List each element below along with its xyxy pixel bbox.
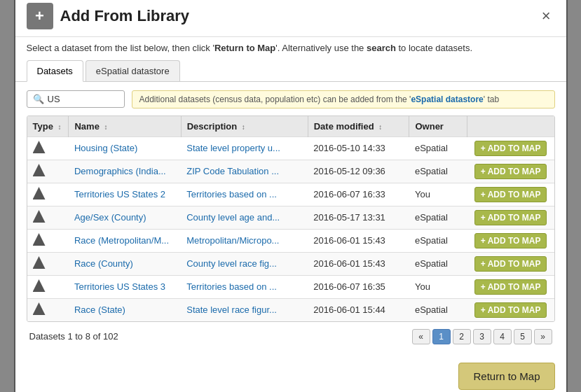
cell-action: + ADD TO MAP <box>467 229 554 252</box>
search-info-row: 🔍 Additional datasets (census data, popu… <box>27 90 555 108</box>
table-row: Race (County)County level race fig...201… <box>27 252 554 275</box>
type-map-icon <box>33 141 46 153</box>
close-button[interactable]: × <box>538 7 555 25</box>
cell-owner: eSpatial <box>409 298 467 321</box>
cell-owner: You <box>409 183 467 206</box>
cell-action: + ADD TO MAP <box>467 160 554 183</box>
cell-type <box>27 298 69 321</box>
add-to-map-button[interactable]: + ADD TO MAP <box>474 210 547 225</box>
col-header-name[interactable]: Name ↕ <box>69 116 181 137</box>
type-map-icon <box>33 279 46 292</box>
dialog-header: + Add From Library × <box>15 0 566 37</box>
cell-type <box>27 229 69 252</box>
cell-description: State level property u... <box>181 136 308 160</box>
cell-description: Territories based on ... <box>181 183 308 206</box>
info-link: eSpatial datastore <box>411 94 483 104</box>
col-header-date-modified[interactable]: Date modified ↕ <box>308 116 409 137</box>
add-to-map-button[interactable]: + ADD TO MAP <box>474 164 547 179</box>
return-to-map-button[interactable]: Return to Map <box>458 363 554 390</box>
cell-action: + ADD TO MAP <box>467 136 554 160</box>
cell-action: + ADD TO MAP <box>467 183 554 206</box>
cell-name[interactable]: Demographics (India... <box>69 160 181 183</box>
pagination-row: Datasets 1 to 8 of 102 « 1 2 3 4 5 » <box>27 322 555 347</box>
col-header-type[interactable]: Type ↕ <box>27 116 69 137</box>
cell-action: + ADD TO MAP <box>467 298 554 321</box>
add-to-map-button[interactable]: + ADD TO MAP <box>474 302 547 318</box>
cell-description: Metropolitan/Micropo... <box>181 229 308 252</box>
cell-date-modified: 2016-06-01 15:43 <box>308 252 409 275</box>
col-header-owner: Owner <box>409 116 467 137</box>
cell-date-modified: 2016-06-07 16:35 <box>308 275 409 298</box>
add-to-map-button[interactable]: + ADD TO MAP <box>474 187 547 202</box>
tab-datasets[interactable]: Datasets <box>27 60 83 82</box>
cell-description: Territories based on ... <box>181 275 308 298</box>
table-row: Race (Metropolitan/M...Metropolitan/Micr… <box>27 229 554 252</box>
col-header-description[interactable]: Description ↕ <box>181 116 308 137</box>
cell-owner: You <box>409 275 467 298</box>
add-to-map-button[interactable]: + ADD TO MAP <box>474 279 547 295</box>
dialog-footer: Return to Map <box>15 356 566 393</box>
subtitle-pre: Select a dataset from the list below, th… <box>27 43 214 53</box>
subtitle-mid: '. Alternatively use the <box>275 43 367 53</box>
page-controls: « 1 2 3 4 5 » <box>412 329 552 344</box>
cell-name[interactable]: Age/Sex (County) <box>69 206 181 229</box>
subtitle-return-link: Return to Map <box>214 43 275 53</box>
cell-action: + ADD TO MAP <box>467 206 554 229</box>
cell-owner: eSpatial <box>409 136 467 160</box>
page-1-btn[interactable]: 1 <box>432 329 451 344</box>
table-row: Housing (State)State level property u...… <box>27 136 554 160</box>
add-to-map-button[interactable]: + ADD TO MAP <box>474 141 547 156</box>
title-row: + Add From Library <box>27 3 190 29</box>
subtitle-search-text: search <box>367 43 396 53</box>
cell-action: + ADD TO MAP <box>467 275 554 298</box>
subtitle-post: to locate datasets. <box>396 43 472 53</box>
cell-name[interactable]: Race (State) <box>69 298 181 321</box>
cell-owner: eSpatial <box>409 229 467 252</box>
info-box: Additional datasets (census data, popula… <box>132 90 555 108</box>
cell-type <box>27 206 69 229</box>
type-map-icon <box>33 302 46 315</box>
type-map-icon <box>33 164 46 176</box>
tab-espatial-datastore[interactable]: eSpatial datastore <box>86 60 180 81</box>
cell-date-modified: 2016-05-17 13:31 <box>308 206 409 229</box>
data-table-container: Type ↕ Name ↕ Description ↕ Date modifie… <box>27 115 555 322</box>
table-row: Demographics (India...ZIP Code Tabulatio… <box>27 160 554 183</box>
cell-date-modified: 2016-06-01 15:44 <box>308 298 409 321</box>
search-input[interactable] <box>48 94 111 104</box>
cell-owner: eSpatial <box>409 206 467 229</box>
cell-date-modified: 2016-06-01 15:43 <box>308 229 409 252</box>
cell-name[interactable]: Territories US States 3 <box>69 275 181 298</box>
cell-type <box>27 252 69 275</box>
col-header-action <box>467 116 554 137</box>
page-4-btn[interactable]: 4 <box>493 329 512 344</box>
add-to-map-button[interactable]: + ADD TO MAP <box>474 233 547 248</box>
content-area: 🔍 Additional datasets (census data, popu… <box>15 82 566 356</box>
table-header-row: Type ↕ Name ↕ Description ↕ Date modifie… <box>27 116 554 137</box>
type-map-icon <box>33 187 46 200</box>
page-2-btn[interactable]: 2 <box>453 329 471 344</box>
tabs-row: Datasets eSpatial datastore <box>15 60 566 82</box>
cell-name[interactable]: Race (County) <box>69 252 181 275</box>
cell-type <box>27 160 69 183</box>
table-row: Age/Sex (County)County level age and...2… <box>27 206 554 229</box>
search-box[interactable]: 🔍 <box>27 90 125 108</box>
info-pre: Additional datasets (census data, popula… <box>139 94 411 104</box>
page-5-btn[interactable]: 5 <box>514 329 532 344</box>
cell-type <box>27 136 69 160</box>
dialog-title: Add From Library <box>60 7 190 25</box>
dialog-subtitle: Select a dataset from the list below, th… <box>15 37 566 60</box>
cell-name[interactable]: Race (Metropolitan/M... <box>69 229 181 252</box>
cell-date-modified: 2016-06-07 16:33 <box>308 183 409 206</box>
cell-name[interactable]: Territories US States 2 <box>69 183 181 206</box>
add-to-map-button[interactable]: + ADD TO MAP <box>474 256 547 272</box>
cell-owner: eSpatial <box>409 160 467 183</box>
table-row: Race (State)State level race figur...201… <box>27 298 554 321</box>
cell-name[interactable]: Housing (State) <box>69 136 181 160</box>
page-last-btn[interactable]: » <box>534 329 552 344</box>
cell-owner: eSpatial <box>409 252 467 275</box>
add-from-library-dialog: + Add From Library × Select a dataset fr… <box>14 0 568 392</box>
page-3-btn[interactable]: 3 <box>473 329 491 344</box>
title-icon: + <box>27 3 53 29</box>
pagination-summary: Datasets 1 to 8 of 102 <box>29 331 118 342</box>
page-first-btn[interactable]: « <box>412 329 430 344</box>
